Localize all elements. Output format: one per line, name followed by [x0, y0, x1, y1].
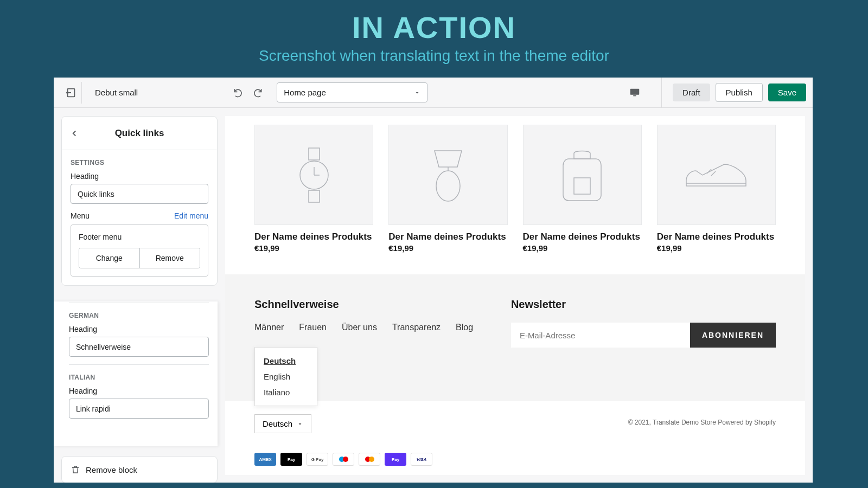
- menu-label: Menu: [71, 211, 90, 220]
- exit-icon: [65, 87, 77, 99]
- product-name: Der Name deines Produkts: [254, 232, 373, 242]
- page-selector-label: Home page: [284, 88, 326, 97]
- trash-icon: [71, 465, 80, 474]
- draft-badge[interactable]: Draft: [673, 84, 710, 101]
- remove-block-label: Remove block: [86, 465, 137, 474]
- payment-visa-icon: VISA: [411, 453, 432, 466]
- undo-icon: [233, 87, 244, 98]
- italian-heading-label: Heading: [69, 387, 209, 395]
- sidebar-title: Quick links: [115, 128, 164, 139]
- publish-button[interactable]: Publish: [716, 83, 763, 102]
- redo-button[interactable]: [250, 85, 266, 101]
- product-name: Der Name deines Produkts: [523, 232, 642, 242]
- svg-rect-3: [309, 148, 320, 160]
- change-button[interactable]: Change: [79, 248, 140, 268]
- svg-line-13: [711, 171, 716, 176]
- product-price: €19,99: [254, 243, 373, 253]
- divider: [661, 78, 662, 108]
- back-button[interactable]: [69, 129, 79, 138]
- footer-link[interactable]: Blog: [456, 323, 473, 332]
- menu-box: Footer menu Change Remove: [71, 224, 208, 277]
- settings-label: SETTINGS: [62, 150, 217, 172]
- lamp-icon: [424, 145, 473, 205]
- footer-link[interactable]: Transparenz: [392, 323, 441, 332]
- hero-title: IN ACTION: [0, 10, 868, 45]
- undo-button[interactable]: [230, 85, 246, 101]
- sidebar: Quick links SETTINGS Heading Menu Edit m…: [61, 116, 218, 286]
- product-price: €19,99: [523, 243, 642, 253]
- theme-name: Debut small: [90, 88, 138, 97]
- footer: Schnellverweise Männer Frauen Über uns T…: [225, 274, 805, 401]
- svg-rect-1: [630, 88, 640, 94]
- product-card[interactable]: Der Name deines Produkts €19,99: [523, 125, 642, 253]
- subscribe-button[interactable]: ABONNIEREN: [690, 323, 776, 348]
- product-name: Der Name deines Produkts: [657, 232, 776, 242]
- heading-label: Heading: [71, 172, 208, 181]
- desktop-view-button[interactable]: [627, 85, 643, 101]
- payment-amex-icon: AMEX: [254, 453, 276, 466]
- watch-icon: [295, 145, 333, 205]
- lang-option[interactable]: Deutsch: [255, 353, 317, 369]
- save-button[interactable]: Save: [768, 84, 806, 101]
- svg-rect-2: [633, 95, 636, 96]
- app-frame: Debut small Home page Draft Publish Save: [54, 78, 813, 483]
- product-name: Der Name deines Produkts: [388, 232, 507, 242]
- heading-input[interactable]: [71, 184, 208, 204]
- desktop-icon: [629, 87, 641, 99]
- footer-link[interactable]: Männer: [254, 323, 284, 332]
- backpack-icon: [555, 145, 609, 205]
- product-row: Der Name deines Produkts €19,99 Der Name…: [225, 116, 805, 253]
- chevron-down-icon: [297, 421, 303, 427]
- svg-rect-10: [574, 178, 590, 194]
- redo-icon: [252, 87, 263, 98]
- edit-menu-link[interactable]: Edit menu: [174, 211, 208, 220]
- footer-link[interactable]: Über uns: [342, 323, 377, 332]
- payment-mastercard-icon: [359, 453, 380, 466]
- footer-link[interactable]: Frauen: [299, 323, 327, 332]
- exit-button[interactable]: [60, 82, 82, 104]
- remove-button[interactable]: Remove: [140, 248, 200, 268]
- preview: Der Name deines Produkts €19,99 Der Name…: [225, 116, 805, 475]
- payment-icons: AMEX Pay G Pay Pay VISA: [254, 453, 776, 466]
- product-card[interactable]: Der Name deines Produkts €19,99: [388, 125, 507, 253]
- shoe-icon: [681, 156, 751, 194]
- payment-shoppay-icon: Pay: [385, 453, 406, 466]
- payment-maestro-icon: [333, 453, 354, 466]
- translation-panel: GERMAN Heading ITALIAN Heading: [54, 301, 218, 446]
- product-price: €19,99: [388, 243, 507, 253]
- newsletter-title: Newsletter: [511, 298, 776, 311]
- payment-applepay-icon: Pay: [280, 453, 302, 466]
- language-popup: Deutsch English Italiano: [254, 347, 317, 406]
- svg-point-8: [436, 171, 460, 201]
- lang-option[interactable]: Italiano: [255, 384, 317, 400]
- chevron-left-icon: [69, 129, 79, 138]
- remove-block-button[interactable]: Remove block: [61, 456, 218, 483]
- page-selector[interactable]: Home page: [277, 82, 427, 102]
- copyright: © 2021, Translate Demo Store Powered by …: [628, 419, 776, 426]
- german-heading-input[interactable]: [69, 337, 209, 357]
- payment-gpay-icon: G Pay: [307, 453, 328, 466]
- language-selector[interactable]: Deutsch: [254, 414, 311, 433]
- product-price: €19,99: [657, 243, 776, 253]
- email-input[interactable]: [511, 323, 690, 348]
- german-label: GERMAN: [69, 303, 209, 325]
- menu-name: Footer menu: [79, 233, 200, 241]
- product-card[interactable]: Der Name deines Produkts €19,99: [254, 125, 373, 253]
- language-selector-label: Deutsch: [263, 419, 292, 428]
- svg-rect-7: [309, 190, 320, 202]
- lang-option[interactable]: English: [255, 369, 317, 384]
- chevron-down-icon: [414, 89, 420, 96]
- product-card[interactable]: Der Name deines Produkts €19,99: [657, 125, 776, 253]
- italian-label: ITALIAN: [69, 365, 209, 387]
- topbar: Debut small Home page Draft Publish Save: [54, 78, 813, 108]
- footer-links: Männer Frauen Über uns Transparenz Blog: [254, 323, 473, 332]
- bottom-bar: Deutsch AMEX Pay G Pay Pay VISA: [225, 401, 805, 471]
- hero-subtitle: Screenshot when translating text in the …: [0, 47, 868, 65]
- italian-heading-input[interactable]: [69, 399, 209, 419]
- german-heading-label: Heading: [69, 325, 209, 333]
- footer-quicklinks-title: Schnellverweise: [254, 298, 473, 311]
